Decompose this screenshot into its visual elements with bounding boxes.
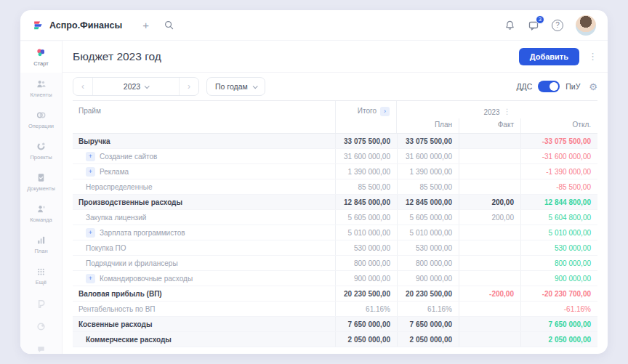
table-row[interactable]: Коммерческие расходы 2 050 000,00 2 050 …	[73, 332, 597, 347]
table-row[interactable]: + Реклама 1 390 000,00 1 390 000,00 -1 3…	[73, 164, 597, 179]
cell-deviation: 7 650 000,00	[520, 317, 597, 331]
expand-plus-icon[interactable]: +	[86, 152, 95, 161]
settings-gear-icon[interactable]: ⚙	[589, 81, 597, 92]
cell-deviation: -85 500,00	[520, 179, 597, 194]
column-header-plan: План	[397, 118, 459, 133]
table-row[interactable]: Покупка ПО 530 000,00 530 000,00 530 000…	[73, 240, 597, 256]
main-content: Бюджет 2023 год Добавить ⋮ ‹ 2023 › По г…	[63, 41, 608, 354]
cell-total: 31 600 000,00	[335, 149, 397, 163]
cell-fact	[459, 332, 520, 347]
table-row[interactable]: + Создание сайтов 31 600 000,00 31 600 0…	[73, 149, 597, 164]
table-row[interactable]: + Командировочные расходы 900 000,00 900…	[73, 271, 597, 286]
cell-deviation: -20 230 700,00	[520, 286, 597, 301]
row-label: Выручка	[78, 137, 110, 145]
table-row[interactable]: + Зарплата программистов 5 010 000,00 5 …	[73, 225, 597, 240]
support-chat-icon[interactable]	[36, 344, 47, 354]
table-row[interactable]: Валовая прибыль (ВП) 20 230 500,00 20 23…	[73, 286, 597, 302]
cell-fact: 200,00	[459, 210, 520, 225]
search-icon[interactable]	[164, 20, 174, 31]
sidebar-item-team[interactable]: Команда	[20, 198, 62, 229]
period-dropdown[interactable]: По годам	[206, 77, 265, 96]
next-year-button[interactable]: ›	[179, 78, 198, 95]
row-label: Нераспределенные	[86, 183, 152, 191]
cell-plan: 20 230 500,00	[397, 286, 459, 301]
add-button[interactable]: Добавить	[519, 48, 579, 65]
year-column-kebab-icon[interactable]: ⋮	[504, 108, 511, 116]
cell-plan: 900 000,00	[397, 271, 459, 286]
cell-fact: 200,00	[459, 195, 520, 209]
cell-total: 2 050 000,00	[335, 332, 397, 347]
operations-icon	[36, 110, 47, 121]
table-row[interactable]: Косвенные расходы 7 650 000,00 7 650 000…	[73, 317, 597, 332]
expand-plus-icon[interactable]: +	[86, 228, 95, 238]
cell-total: 61.16%	[335, 302, 397, 316]
column-header-total: Итого ›	[335, 101, 397, 133]
table-row[interactable]: Производственные расходы 12 845 000,00 1…	[73, 195, 597, 210]
logo-icon	[32, 19, 44, 31]
app-window: Аспро.Финансы + 3 ? Старт Клиенты Операц	[20, 10, 608, 354]
sidebar-item-start[interactable]: Старт	[20, 41, 62, 73]
prev-year-button[interactable]: ‹	[73, 78, 93, 95]
expand-plus-icon[interactable]: +	[86, 167, 95, 177]
cell-plan: 61.16%	[397, 302, 459, 316]
column-header-name: Прайм	[73, 101, 335, 133]
year-dropdown[interactable]: 2023	[93, 78, 179, 95]
create-plus-icon[interactable]: +	[142, 19, 149, 31]
table-row[interactable]: Выручка 33 075 500,00 33 075 500,00 -33 …	[73, 134, 597, 149]
page-menu-kebab-icon[interactable]: ⋮	[588, 52, 597, 61]
sidebar-item-clients[interactable]: Клиенты	[20, 73, 62, 104]
page-title: Бюджет 2023 год	[73, 50, 161, 63]
toolbar: ‹ 2023 › По годам ДДС ПиУ ⚙	[63, 73, 608, 100]
cell-deviation: -61.16%	[520, 302, 597, 316]
sidebar-item-documents[interactable]: Документы	[20, 166, 62, 198]
row-label: Рентабельность по ВП	[78, 305, 156, 313]
sidebar-item-label: Операции	[28, 123, 54, 129]
cell-fact	[459, 179, 520, 194]
expand-total-chevron-icon[interactable]: ›	[380, 107, 390, 116]
app-logo[interactable]: Аспро.Финансы	[32, 19, 122, 31]
app-name: Аспро.Финансы	[49, 20, 122, 31]
theme-icon[interactable]	[36, 321, 47, 332]
sidebar-item-plan[interactable]: План	[20, 229, 62, 260]
more-icon	[36, 266, 47, 277]
sidebar-item-label: Документы	[27, 185, 55, 192]
sidebar-item-projects[interactable]: Проекты	[20, 135, 62, 166]
table-row[interactable]: Закупка лицензий 5 605 000,00 5 605 000,…	[73, 210, 597, 225]
team-icon	[36, 203, 47, 214]
cell-deviation: 12 844 800,00	[520, 195, 597, 209]
cell-plan: 2 050 000,00	[397, 332, 459, 347]
cell-deviation: -33 075 500,00	[520, 134, 597, 148]
cell-fact	[459, 225, 520, 240]
cell-plan: 85 500,00	[397, 179, 459, 194]
cell-fact	[459, 317, 520, 331]
sidebar-item-more[interactable]: Ещё	[20, 260, 62, 291]
cell-fact	[459, 271, 520, 286]
cell-total: 5 605 000,00	[335, 210, 397, 225]
widget-icon[interactable]	[36, 299, 47, 310]
messages-icon[interactable]: 3	[528, 20, 539, 31]
cell-deviation: 530 000,00	[520, 240, 597, 255]
year-value: 2023	[124, 82, 140, 91]
sidebar-item-operations[interactable]: Операции	[20, 104, 62, 135]
table-row[interactable]: Подрядчики и фрилансеры 800 000,00 800 0…	[73, 256, 597, 271]
chevron-down-icon	[145, 84, 150, 89]
table-body: Выручка 33 075 500,00 33 075 500,00 -33 …	[73, 134, 597, 354]
cell-fact	[459, 240, 520, 255]
row-label: Валовая прибыль (ВП)	[78, 290, 162, 298]
cell-total: 530 000,00	[335, 240, 397, 255]
table-row[interactable]: Рентабельность по ВП 61.16% 61.16% -61.1…	[73, 302, 597, 317]
user-avatar[interactable]	[576, 15, 596, 36]
cell-deviation: 800 000,00	[520, 256, 597, 270]
expand-plus-icon[interactable]: +	[86, 274, 95, 283]
toggle-label-dds: ДДС	[516, 82, 532, 91]
table-row[interactable]: Нераспределенные 85 500,00 85 500,00 -85…	[73, 179, 597, 195]
page-header: Бюджет 2023 год Добавить ⋮	[63, 41, 608, 73]
chevron-down-icon	[252, 84, 257, 89]
cell-total: 33 075 500,00	[335, 134, 397, 148]
help-icon[interactable]: ?	[552, 20, 563, 31]
cell-total: 85 500,00	[335, 179, 397, 194]
notifications-bell-icon[interactable]	[504, 20, 515, 31]
report-mode-toggle[interactable]	[538, 81, 560, 92]
period-value: По годам	[215, 82, 248, 91]
cell-plan: 1 390 000,00	[397, 164, 459, 179]
